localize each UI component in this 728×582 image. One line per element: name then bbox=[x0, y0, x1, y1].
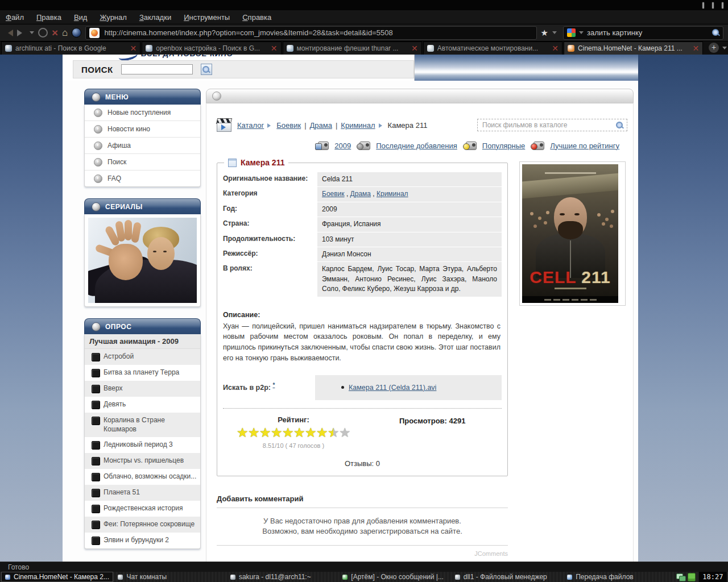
rating-star-icon[interactable]: ★★ bbox=[328, 426, 339, 439]
poll-radio-icon[interactable] bbox=[92, 489, 100, 497]
taskbar-item[interactable]: sakura - dl11@arch11:~ bbox=[227, 572, 338, 582]
reload-icon[interactable] bbox=[38, 28, 48, 38]
browser-tab[interactable]: Cinema.HomeNet - Камера 211 ...✕ bbox=[564, 41, 703, 55]
window-close-icon[interactable] bbox=[722, 2, 723, 9]
menubar-item[interactable]: Журнал bbox=[100, 13, 126, 22]
menubar-item[interactable]: Инструменты bbox=[184, 13, 230, 22]
quick-link-reel[interactable]: Последние добавления bbox=[376, 142, 457, 150]
window-maximize-icon[interactable] bbox=[712, 2, 714, 9]
star-rating[interactable]: ★★★★★★★★★★★★★★★★★★★ bbox=[217, 426, 370, 439]
browser-tab[interactable]: Автоматическое монтировани...✕ bbox=[423, 41, 562, 55]
quick-link-calendar[interactable]: 2009 bbox=[334, 142, 351, 150]
rating-star-icon[interactable]: ★★ bbox=[237, 426, 248, 439]
url-text[interactable]: http://cinema.homenet/index.php?option=c… bbox=[104, 28, 392, 37]
tab-close-icon[interactable]: ✕ bbox=[411, 44, 418, 53]
poll-radio-icon[interactable] bbox=[92, 457, 100, 465]
poll-option[interactable]: Вверх bbox=[85, 381, 200, 397]
tab-close-icon[interactable]: ✕ bbox=[130, 44, 137, 53]
tray-messenger-icon[interactable] bbox=[688, 573, 696, 581]
search-engine-dropdown-icon[interactable] bbox=[579, 31, 584, 36]
breadcrumb-category-link[interactable]: Боевик bbox=[276, 121, 301, 130]
movie-poster[interactable]: CELL 211 bbox=[519, 161, 626, 306]
rating-star-icon[interactable]: ★ bbox=[339, 426, 350, 439]
browser-search-box[interactable]: залить картинку bbox=[563, 26, 723, 40]
poll-option[interactable]: Астробой bbox=[85, 349, 200, 365]
p2p-hint-link[interactable]: * bbox=[272, 382, 275, 388]
breadcrumb-category-link[interactable]: Драма bbox=[310, 121, 332, 130]
tab-close-icon[interactable]: ✕ bbox=[693, 44, 700, 53]
browser-search-text[interactable]: залить картинку bbox=[587, 28, 709, 37]
poll-radio-icon[interactable] bbox=[92, 353, 100, 361]
poll-radio-icon[interactable] bbox=[92, 441, 100, 450]
p2p-file-link[interactable]: Камера 211 (Celda 211).avi bbox=[349, 384, 436, 392]
tab-close-icon[interactable]: ✕ bbox=[552, 44, 559, 53]
movie-category-link[interactable]: Драма bbox=[350, 190, 371, 198]
bookmark-dropdown-icon[interactable] bbox=[552, 31, 557, 36]
taskbar-item[interactable]: Чат комнаты bbox=[114, 572, 225, 582]
breadcrumb-category-link[interactable]: Криминал bbox=[341, 121, 375, 130]
back-icon[interactable] bbox=[5, 30, 13, 36]
forward-icon[interactable] bbox=[17, 30, 26, 36]
poll-option[interactable]: Девять bbox=[85, 397, 200, 413]
new-tab-icon[interactable]: + bbox=[709, 43, 719, 53]
rating-star-icon[interactable]: ★★ bbox=[293, 426, 305, 439]
browser-tab[interactable]: монтирование флешки thunar ...✕ bbox=[283, 41, 422, 55]
poll-option[interactable]: Планета 51 bbox=[85, 485, 200, 501]
movie-category-link[interactable]: Боевик bbox=[322, 190, 345, 198]
taskbar-item[interactable]: dll1 - Файловый менеджер bbox=[452, 572, 562, 582]
poll-option[interactable]: Феи: Потерянное сокровище bbox=[85, 517, 200, 533]
menubar-item[interactable]: Файл bbox=[6, 13, 24, 22]
poll-option[interactable]: Битва за планету Терра bbox=[85, 365, 200, 381]
rating-star-icon[interactable]: ★★ bbox=[316, 426, 328, 439]
window-minimize-icon[interactable] bbox=[702, 2, 704, 9]
sidebar-menu-item[interactable]: Новости кино bbox=[85, 121, 200, 138]
rating-star-icon[interactable]: ★★ bbox=[248, 426, 259, 439]
history-dropdown-icon[interactable] bbox=[30, 31, 34, 36]
poll-option[interactable]: Рождественская история bbox=[85, 501, 200, 517]
bookmark-star-icon[interactable]: ★ bbox=[541, 28, 548, 38]
tab-close-icon[interactable]: ✕ bbox=[271, 44, 278, 53]
rating-star-icon[interactable]: ★★ bbox=[305, 426, 316, 439]
quick-link-popular[interactable]: Популярные bbox=[482, 142, 525, 150]
url-bar[interactable]: http://cinema.homenet/index.php?option=c… bbox=[85, 26, 536, 40]
poll-option[interactable]: Элвин и бурундуки 2 bbox=[85, 533, 200, 548]
movie-category-link[interactable]: Криминал bbox=[377, 190, 408, 198]
sidebar-menu-item[interactable]: Новые поступления bbox=[85, 105, 200, 121]
site-search-button[interactable] bbox=[201, 64, 212, 75]
poll-radio-icon[interactable] bbox=[92, 505, 100, 513]
poll-radio-icon[interactable] bbox=[92, 473, 100, 481]
poll-radio-icon[interactable] bbox=[92, 369, 100, 377]
sidebar-menu-item[interactable]: Афиша bbox=[85, 138, 200, 154]
taskbar-item[interactable]: Cinema.HomeNet - Камера 2... bbox=[1, 572, 113, 582]
poll-radio-icon[interactable] bbox=[92, 537, 100, 545]
rating-star-icon[interactable]: ★★ bbox=[282, 426, 293, 439]
menubar-item[interactable]: Закладки bbox=[139, 13, 171, 22]
poll-radio-icon[interactable] bbox=[92, 417, 100, 425]
serials-banner-image[interactable] bbox=[88, 218, 197, 303]
poll-option[interactable]: Коралина в Стране Кошмаров bbox=[85, 413, 200, 437]
poll-radio-icon[interactable] bbox=[92, 401, 100, 409]
poll-option[interactable]: Ледниковый период 3 bbox=[85, 437, 200, 453]
breadcrumb-catalog-link[interactable]: Каталог bbox=[237, 121, 264, 130]
rating-star-icon[interactable]: ★★ bbox=[259, 426, 271, 439]
quick-link-rating[interactable]: Лучшие по рейтингу bbox=[550, 142, 619, 150]
sidebar-menu-item[interactable]: Поиск bbox=[85, 154, 200, 171]
poll-radio-icon[interactable] bbox=[92, 521, 100, 529]
menubar-item[interactable]: Справка bbox=[242, 13, 271, 22]
rating-star-icon[interactable]: ★★ bbox=[271, 426, 282, 439]
browser-tab[interactable]: archlinux ati - Поиск в Google✕ bbox=[1, 41, 140, 55]
home-icon[interactable]: ⌂ bbox=[62, 28, 68, 38]
stop-icon[interactable]: × bbox=[52, 27, 58, 38]
menubar-item[interactable]: Правка bbox=[36, 13, 61, 22]
taskbar-item[interactable]: Передача файлов bbox=[564, 572, 675, 582]
site-search-input[interactable] bbox=[121, 64, 193, 74]
sidebar-menu-item[interactable]: FAQ bbox=[85, 171, 200, 186]
menubar-item[interactable]: Вид bbox=[74, 13, 88, 22]
tray-chat-icon[interactable] bbox=[676, 573, 685, 581]
catalog-search-input[interactable] bbox=[481, 120, 613, 130]
taskbar-item[interactable]: [Артём] - Окно сообщений |... bbox=[339, 572, 450, 582]
search-icon[interactable] bbox=[712, 29, 719, 36]
search-icon[interactable] bbox=[616, 122, 623, 129]
browser-tab[interactable]: openbox настройка - Поиск в G...✕ bbox=[142, 41, 281, 55]
globe-icon[interactable] bbox=[72, 28, 81, 38]
